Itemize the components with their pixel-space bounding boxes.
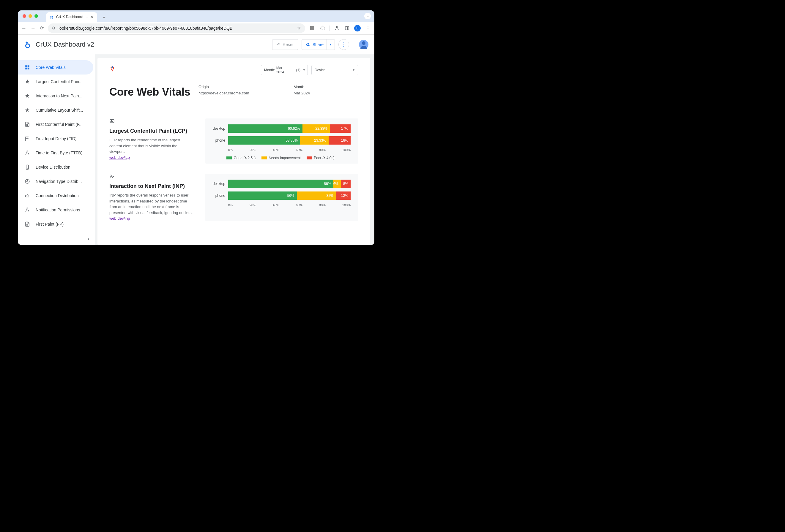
sidebar: Core Web VitalsLargest Contentful Pain..… <box>18 54 95 245</box>
header-separator <box>354 39 354 50</box>
device-filter[interactable]: Device ▼ <box>311 65 358 75</box>
sidebar-item-9[interactable]: Connection Distribution <box>18 188 93 203</box>
sidebar-item-label: First Contentful Paint (F... <box>36 122 83 127</box>
back-button[interactable]: ← <box>21 25 26 31</box>
sidebar-item-4[interactable]: First Contentful Paint (F... <box>18 117 93 132</box>
bookmark-star-icon[interactable]: ☆ <box>297 25 301 31</box>
chrome-menu-button[interactable]: ⋮ <box>365 25 371 31</box>
metric-description: LCP reports the render time of the large… <box>109 137 193 155</box>
sidebar-item-label: First Paint (FP) <box>36 222 64 227</box>
star-icon <box>24 107 30 113</box>
sidebar-item-7[interactable]: Device Distribution <box>18 160 93 174</box>
chevron-down-icon: ▼ <box>303 69 305 72</box>
stacked-bar: 58.85%23.33%18% <box>228 136 351 144</box>
web-dev-logo-icon <box>109 65 115 72</box>
url-text: lookerstudio.google.com/u/0/reporting/bb… <box>58 26 232 31</box>
sidebar-collapse-button[interactable]: ‹ <box>87 236 89 241</box>
chart-container: desktop60.62%22.38%17%phone58.85%23.33%1… <box>205 118 358 164</box>
tab-favicon: ◔ <box>49 15 54 19</box>
sidebar-item-6[interactable]: Time to First Byte (TTFB) <box>18 146 93 160</box>
extension-icon[interactable] <box>309 25 315 31</box>
image-icon <box>109 118 193 124</box>
metric-title: Largest Contentful Paint (LCP) <box>109 128 193 134</box>
chart-container: desktop86%6%8%phone56%32%12%0%20%40%60%8… <box>205 174 358 221</box>
person-add-icon <box>305 42 310 47</box>
panel-icon[interactable] <box>344 25 350 31</box>
chart-legend: Good (< 2.5s)Needs ImprovementPoor (≥ 4.… <box>210 156 351 160</box>
extensions-puzzle-icon[interactable] <box>320 25 325 31</box>
tab-title: CrUX Dashboard v2 › Core W… <box>56 15 90 19</box>
share-dropdown-button[interactable]: ▼ <box>327 39 334 50</box>
address-bar: ← → ⟳ ⚙ lookerstudio.google.com/u/0/repo… <box>18 22 374 35</box>
content-area: Month: Mar 2024 (1) ▼ Device ▼ Core Web … <box>95 54 374 245</box>
browser-tab[interactable]: ◔ CrUX Dashboard v2 › Core W… ✕ <box>46 12 97 22</box>
x-axis: 0%20%40%60%80%100% <box>228 148 351 152</box>
sidebar-item-2[interactable]: Interaction to Next Pain... <box>18 89 93 103</box>
svg-rect-5 <box>25 65 27 67</box>
flask-icon <box>24 207 30 213</box>
star-icon <box>24 93 30 99</box>
sidebar-item-label: Navigation Type Distrib... <box>36 179 82 184</box>
metric-doc-link[interactable]: web.dev/lcp <box>109 155 130 160</box>
app-title: CrUX Dashboard v2 <box>36 41 272 48</box>
window-close-button[interactable] <box>23 14 26 18</box>
sidebar-item-label: Cumulative Layout Shift... <box>36 108 83 112</box>
stacked-bar: 86%6%8% <box>228 180 351 188</box>
sidebar-item-8[interactable]: Navigation Type Distrib... <box>18 174 93 188</box>
chevron-down-icon: ▼ <box>352 69 355 72</box>
svg-rect-8 <box>28 68 29 70</box>
sidebar-item-label: Interaction to Next Pain... <box>36 94 82 98</box>
sidebar-item-11[interactable]: First Paint (FP) <box>18 217 93 231</box>
svg-rect-6 <box>28 65 29 67</box>
cloud-icon <box>24 193 30 198</box>
phone-icon <box>24 164 30 170</box>
sidebar-item-0[interactable]: Core Web Vitals <box>18 60 93 75</box>
user-avatar[interactable] <box>359 40 369 49</box>
origin-block: Origin https://developer.chrome.com <box>199 85 249 95</box>
metric-block-1: Interaction to Next Paint (INP)INP repor… <box>109 174 358 221</box>
svg-point-3 <box>26 44 30 48</box>
doc-icon <box>24 122 30 127</box>
reload-button[interactable]: ⟳ <box>40 25 44 31</box>
month-filter[interactable]: Month: Mar 2024 (1) ▼ <box>261 65 308 75</box>
browser-window: ◔ CrUX Dashboard v2 › Core W… ✕ ＋ ⌄ ← → … <box>18 10 374 245</box>
new-tab-button[interactable]: ＋ <box>102 14 106 21</box>
sidebar-item-label: Core Web Vitals <box>36 65 66 70</box>
reset-button[interactable]: ↶ Reset <box>272 39 298 50</box>
metric-title: Interaction to Next Paint (INP) <box>109 183 193 189</box>
metric-doc-link[interactable]: web.dev/inp <box>109 216 130 220</box>
chart-row: desktop86%6%8% <box>210 180 351 188</box>
svg-rect-7 <box>25 68 27 70</box>
window-minimize-button[interactable] <box>28 14 32 18</box>
app-header: CrUX Dashboard v2 ↶ Reset Share ▼ ⋮ <box>18 35 374 54</box>
tab-close-button[interactable]: ✕ <box>90 15 94 19</box>
flask-icon <box>24 150 30 156</box>
more-options-button[interactable]: ⋮ <box>338 39 349 50</box>
share-button[interactable]: Share ▼ <box>302 39 335 50</box>
undo-icon: ↶ <box>277 42 280 47</box>
sidebar-item-label: Connection Distribution <box>36 193 79 198</box>
labs-flask-icon[interactable] <box>334 25 340 31</box>
sidebar-item-5[interactable]: First Input Delay (FID) <box>18 132 93 146</box>
svg-point-2 <box>26 42 28 44</box>
chart-row: phone58.85%23.33%18% <box>210 136 351 144</box>
site-info-icon[interactable]: ⚙ <box>52 26 55 30</box>
stacked-bar: 56%32%12% <box>228 191 351 200</box>
compass-icon <box>24 179 30 184</box>
sidebar-item-10[interactable]: Notification Permissions <box>18 203 93 217</box>
sidebar-item-1[interactable]: Largest Contentful Pain... <box>18 75 93 89</box>
forward-button[interactable]: → <box>31 25 36 31</box>
sidebar-item-3[interactable]: Cumulative Layout Shift... <box>18 103 93 117</box>
tabs-overflow-button[interactable]: ⌄ <box>364 13 371 19</box>
report-canvas: Month: Mar 2024 (1) ▼ Device ▼ Core Web … <box>98 58 370 245</box>
window-maximize-button[interactable] <box>34 14 38 18</box>
sidebar-item-label: Time to First Byte (TTFB) <box>36 151 82 155</box>
click-icon <box>109 174 193 179</box>
chart-row: phone56%32%12% <box>210 191 351 200</box>
star-icon <box>24 79 30 85</box>
metric-block-0: Largest Contentful Paint (LCP)LCP report… <box>109 118 358 164</box>
dashboard-icon <box>24 64 30 70</box>
profile-avatar[interactable]: B <box>354 25 361 31</box>
url-input[interactable]: ⚙ lookerstudio.google.com/u/0/reporting/… <box>48 23 305 33</box>
sidebar-item-label: Largest Contentful Pain... <box>36 79 83 84</box>
